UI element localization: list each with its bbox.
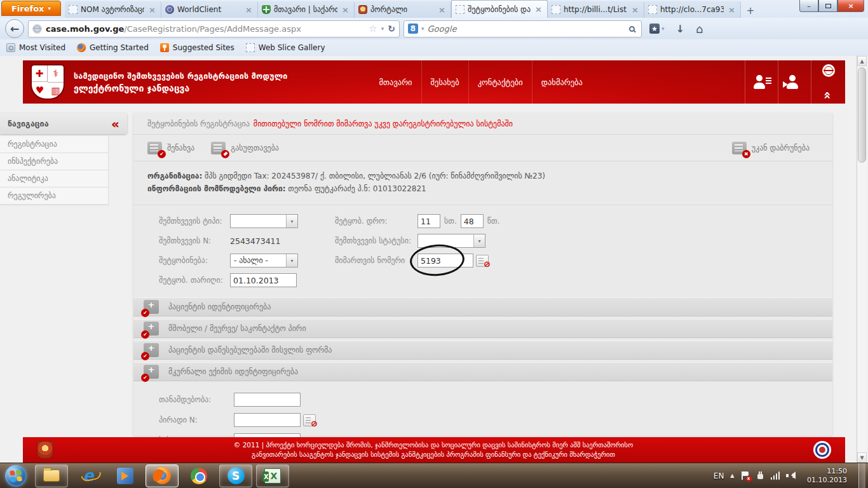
url-bar[interactable]: case.moh.gov.ge/CaseRegistration/Pages/A… <box>28 20 400 37</box>
network-signal-icon[interactable] <box>771 471 780 480</box>
internet-explorer-icon: e <box>83 468 94 484</box>
close-icon[interactable]: × <box>437 5 447 15</box>
taskbar-explorer-button[interactable] <box>35 464 68 487</box>
tab-billing-list[interactable]: http://billi...t/List.aspx × <box>548 1 644 18</box>
case-status-label: შემთხვევის სტატუსი: <box>335 236 417 245</box>
taskbar-firefox-button[interactable] <box>146 464 179 487</box>
taskbar-excel-button[interactable]: XX <box>256 464 289 487</box>
action-center-flag-icon[interactable]: x <box>741 471 750 480</box>
reload-icon[interactable]: ↻ <box>388 24 395 34</box>
tab-cloud[interactable]: http://clo...7ca932f8b × <box>644 1 741 18</box>
personal-number-clear-button[interactable]: ⊘ <box>303 414 316 426</box>
tab-label: შეტყობინების დამ... <box>468 5 531 14</box>
search-engine-dropdown-icon[interactable]: ▾ <box>421 25 424 32</box>
sidebar-item-analytics[interactable]: ანალიტიკა <box>0 170 108 187</box>
taskbar-chrome-button[interactable] <box>182 464 215 487</box>
downloads-button[interactable]: ↓ <box>672 21 688 37</box>
main-panel: შეტყობინების რეგისტრაცია მითითებული ნომრ… <box>133 113 832 436</box>
back-to-list-button[interactable]: ✖ უკან დაბრუნება <box>732 142 810 154</box>
tab-nom-authorization[interactable]: NOM ავტორიზაცია × <box>65 1 161 18</box>
start-button[interactable] <box>5 465 27 487</box>
footer-line1: © 2011 | პროექტი ხორციელდება შრომის, ჯან… <box>53 440 813 450</box>
close-icon[interactable]: × <box>630 5 640 15</box>
hours-input[interactable] <box>417 214 440 228</box>
taskbar-wmp-button[interactable] <box>109 464 142 487</box>
logout-button[interactable] <box>778 60 811 104</box>
maximize-button[interactable] <box>818 0 837 12</box>
scrollbar-thumb[interactable] <box>858 67 866 163</box>
close-icon[interactable]: × <box>341 5 350 15</box>
accordion-parent-guardian[interactable]: +✔ მშობელი / მეურვე/ საკონტაქტო პირი <box>133 319 832 338</box>
minimize-button[interactable]: – <box>799 0 818 12</box>
accordion-patient-identification[interactable]: +✔ პაციენტის იდენტიფიცირება <box>133 297 832 316</box>
personal-number-input[interactable] <box>234 413 301 427</box>
chevron-down-icon: ▾ <box>661 25 665 32</box>
speaker-icon[interactable] <box>786 471 796 480</box>
hours-unit-label: სთ. <box>444 217 457 226</box>
firefox-menu-button[interactable]: Firefox ▾ <box>1 1 61 16</box>
show-desktop-button[interactable] <box>858 463 865 488</box>
accordion-doctor-identification[interactable]: +✔ მკურნალი ექიმის იდენტიფიცირება <box>133 362 832 381</box>
case-status-select[interactable]: ▾ <box>417 234 485 248</box>
url-dropdown-icon[interactable]: ▾ <box>381 25 384 32</box>
referral-clear-button[interactable]: ⊘ <box>476 255 489 267</box>
sidebar-title: ნავიგაცია <box>8 119 111 128</box>
notif-date-input[interactable] <box>230 273 297 287</box>
close-icon[interactable]: × <box>534 4 543 14</box>
new-tab-button[interactable]: + <box>742 4 759 18</box>
bookmark-star-icon[interactable]: ☆ <box>369 23 377 34</box>
site-identity-globe-icon[interactable] <box>32 24 42 34</box>
bookmark-most-visited[interactable]: Most Visited <box>6 43 65 52</box>
chevron-down-icon: ▾ <box>48 5 51 11</box>
url-text[interactable]: case.moh.gov.ge/CaseRegistration/Pages/A… <box>46 24 365 34</box>
tab-mtavari[interactable]: მთავარი | საქართ... × <box>258 1 355 18</box>
nav-item-about[interactable]: შესახებ <box>421 60 468 104</box>
clear-button[interactable]: გასუფთავება <box>211 142 279 154</box>
language-indicator[interactable]: EN <box>714 471 724 480</box>
sidebar-item-regulation[interactable]: რეგულირება <box>0 187 108 205</box>
close-icon[interactable]: × <box>727 5 736 15</box>
save-button[interactable]: ✔ შენახვა <box>147 142 194 154</box>
back-button[interactable]: ← <box>5 19 24 38</box>
scroll-up-arrow[interactable]: ▲ <box>857 56 867 66</box>
position-input[interactable] <box>234 393 301 407</box>
tab-portal[interactable]: პორტალი × <box>355 1 451 18</box>
sidebar-collapse-icon[interactable]: « <box>111 121 119 127</box>
accordion-arrival-form[interactable]: +✔ პაციენტის დაწესებულებაში მისვლის ფორმ… <box>133 341 832 360</box>
tab-worldclient[interactable]: WorldClient × <box>161 1 258 18</box>
sidebar-item-inspection[interactable]: ინსპექტირება <box>0 153 108 170</box>
search-input[interactable] <box>428 24 626 34</box>
notification-select[interactable]: - ახალი -▾ <box>230 254 298 268</box>
collapse-header-icon[interactable]: « <box>824 92 832 100</box>
tab-notification-active[interactable]: შეტყობინების დამ... × <box>451 0 548 18</box>
google-engine-icon[interactable]: 8 <box>408 24 418 34</box>
nav-item-contacts[interactable]: კონტაქტები <box>468 60 532 104</box>
info-block: ორგანიზაცია: შპს გიდმედი Tax: 202453987/… <box>133 161 832 205</box>
bookmark-web-slice-gallery[interactable]: Web Slice Gallery <box>246 43 325 52</box>
case-type-select[interactable]: ▾ <box>230 214 298 228</box>
taskbar-skype-button[interactable]: S <box>219 464 252 487</box>
bookmarks-panel-button[interactable]: ★ ▾ <box>646 22 668 36</box>
close-icon[interactable]: × <box>147 5 157 15</box>
search-icon[interactable] <box>629 26 635 32</box>
user-profile-button[interactable] <box>745 60 778 104</box>
nav-item-help[interactable]: დახმარება <box>532 60 592 104</box>
bookmark-suggested-sites[interactable]: Suggested Sites <box>160 43 234 52</box>
language-globe-icon[interactable] <box>822 64 835 77</box>
referral-number-input[interactable] <box>417 254 473 268</box>
tray-expand-icon[interactable]: ▲ <box>730 473 734 478</box>
scroll-down-arrow[interactable]: ▼ <box>857 452 867 463</box>
minutes-input[interactable] <box>461 214 484 228</box>
close-icon[interactable]: × <box>244 5 254 15</box>
bookmark-getting-started[interactable]: Getting Started <box>77 43 149 52</box>
power-plug-icon[interactable] <box>756 471 764 480</box>
nav-item-home[interactable]: მთავარი <box>370 60 421 104</box>
search-bar[interactable]: 8 ▾ <box>403 20 642 37</box>
clock[interactable]: 11:50 01.10.2013 <box>802 467 852 485</box>
close-window-button[interactable]: × <box>837 0 864 12</box>
home-button[interactable]: ⌂ <box>692 20 707 37</box>
taskbar-ie-button[interactable]: e <box>72 464 105 487</box>
sidebar-item-registration[interactable]: რეგისტრაცია <box>0 136 108 153</box>
referral-cell: ⊘ <box>417 254 832 268</box>
page-scrollbar[interactable]: ▲ ▼ <box>857 56 867 463</box>
